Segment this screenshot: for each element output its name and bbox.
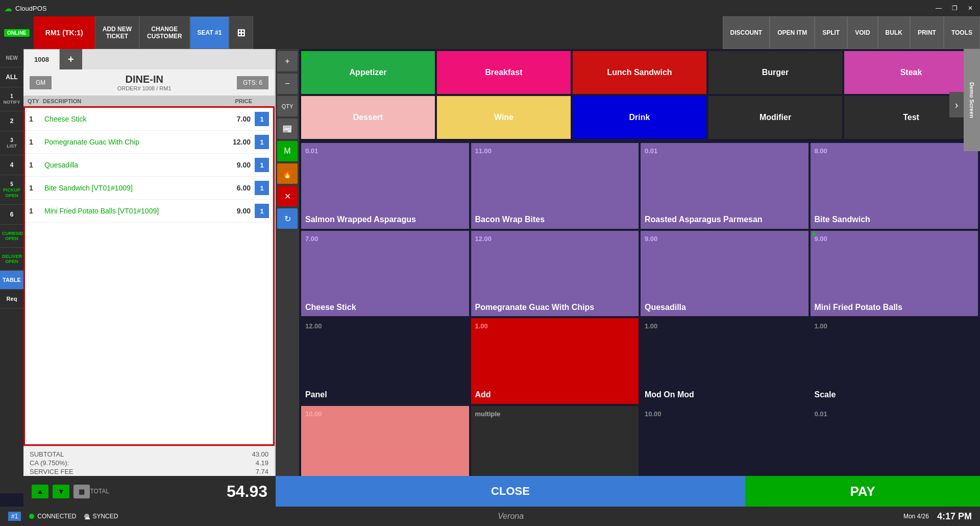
restore-button[interactable]: ❐ (949, 4, 961, 13)
discount-button[interactable]: DISCOUNT (723, 16, 770, 49)
qty-icon[interactable]: QTY (277, 96, 298, 116)
online-badge: ONLINE (4, 29, 30, 37)
add-new-ticket-button[interactable]: ADD NEW TICKET (95, 16, 139, 49)
categories-grid: AppetizerBreakfastLunch SandwichBurgerSt… (299, 49, 980, 141)
ticket-number: #1 (8, 512, 21, 521)
menu-item-button[interactable]: 9.00Mini Fried Potato Balls (811, 231, 978, 317)
table-row[interactable]: 1 Bite Sandwich [VT01#1009] 6.00 1 (25, 177, 273, 200)
status-date: Mon 4/26 (903, 513, 929, 520)
order-panel: 1008 + GM DINE-IN ORDER# 1008 / RM1 GTS:… (23, 49, 276, 493)
sidebar-item-4[interactable]: 4 (0, 155, 23, 175)
sidebar-item-1-notify[interactable]: 1NOTIFY (0, 87, 23, 111)
close-window-button[interactable]: ✕ (965, 4, 976, 13)
tools-button[interactable]: TOOLS (944, 16, 980, 49)
col-price-header: PRICE (222, 98, 252, 104)
category-button[interactable]: Dessert (301, 96, 435, 139)
open-itm-button[interactable]: OPEN ITM (770, 16, 815, 49)
toolbar: ONLINE RM1 (TK:1) ADD NEW TICKET CHANGE … (0, 16, 980, 49)
gts-button[interactable]: GTS: 6 (237, 76, 268, 89)
table-row[interactable]: 1 Cheese Stick 7.00 1 (25, 108, 273, 131)
table-row[interactable]: 1 Quesadilla 9.00 1 (25, 154, 273, 177)
category-button[interactable]: Lunch Sandwich (573, 51, 706, 94)
bottom-total-bar: ▲ ▼ ▦ TOTAL 54.93 (23, 476, 276, 507)
menu-item-button[interactable]: 8.00Bite Sandwich (811, 143, 978, 229)
menu-item-button[interactable]: 12.00Panel (301, 318, 469, 404)
icon-panel: + − QTY 📰 M 🔥 ✕ ↻ (276, 49, 299, 493)
menu-item-button[interactable]: 1.00Add (471, 318, 639, 404)
close-button[interactable]: CLOSE (276, 476, 745, 507)
remove-item-icon[interactable]: − (277, 74, 298, 94)
sidebar-item-table[interactable]: TABLE (0, 271, 23, 290)
bulk-button[interactable]: BULK (878, 16, 910, 49)
demo-screen-button[interactable]: Demo Screen (964, 49, 980, 151)
main-content: 1008 + GM DINE-IN ORDER# 1008 / RM1 GTS:… (23, 49, 980, 493)
add-item-icon[interactable]: + (277, 51, 298, 71)
rm1-button[interactable]: RM1 (TK:1) (34, 16, 95, 49)
tab-1008[interactable]: 1008 (23, 49, 60, 69)
menu-item-button[interactable]: 9.00Quesadilla (641, 231, 808, 317)
menu-item-button[interactable]: 0.01Roasted Asparagus Parmesan (641, 143, 808, 229)
sidebar-item-3-list[interactable]: 3LIST (0, 131, 23, 155)
menu-item-button[interactable]: 7.00Cheese Stick (301, 231, 469, 317)
arrow-right-button[interactable]: › (949, 92, 964, 117)
status-time: 4:17 PM (937, 511, 972, 522)
sidebar-item-5-pickup[interactable]: 5PICKUPOPEN (0, 175, 23, 205)
menu-item-button[interactable]: 11.00Bacon Wrap Bites (471, 143, 639, 229)
order-subtitle: ORDER# 1008 / RM1 (117, 85, 172, 91)
subtotal-row: SUBTOTAL 43.00 (30, 450, 268, 458)
pay-button[interactable]: PAY (745, 476, 980, 507)
total-label: TOTAL (90, 488, 109, 495)
category-button[interactable]: Burger (708, 51, 842, 94)
fire-icon[interactable]: 🔥 (277, 163, 298, 184)
synced-status: ☁ SYNCED (84, 513, 118, 520)
status-bar: #1 CONNECTED ☁ SYNCED Verona Mon 4/26 4:… (0, 507, 980, 526)
minimize-button[interactable]: — (933, 4, 945, 13)
print-button[interactable]: PRINT (910, 16, 944, 49)
order-items-header: QTY DESCRIPTION PRICE (23, 96, 275, 106)
delete-icon[interactable]: ✕ (277, 186, 298, 206)
app-title: ☁ CloudPOS (4, 4, 46, 13)
news-icon[interactable]: 📰 (277, 118, 298, 139)
add-tab-button[interactable]: + (60, 49, 82, 69)
menu-item-button[interactable]: 12.00Pomegranate Guac With Chips (471, 231, 639, 317)
col-qty-header: QTY (28, 98, 43, 104)
table-row[interactable]: 1 Pomegranate Guac With Chip 12.00 1 (25, 131, 273, 154)
sidebar-item-6[interactable]: 6 (0, 205, 23, 225)
sidebar-item-new[interactable]: NEW (0, 49, 23, 67)
window-controls: — ❐ ✕ (933, 4, 976, 13)
scroll-down-button[interactable]: ▼ (53, 485, 69, 498)
category-button[interactable]: Modifier (708, 96, 842, 139)
void-button[interactable]: VOID (847, 16, 877, 49)
order-items-list: 1 Cheese Stick 7.00 1 1 Pomegranate Guac… (23, 106, 275, 446)
split-button[interactable]: SPLIT (815, 16, 847, 49)
menu-item-button[interactable]: 1.00Scale (811, 318, 978, 404)
title-bar: ☁ CloudPOS — ❐ ✕ (0, 0, 980, 16)
sidebar-item-deliver[interactable]: DELIVEROPEN (0, 248, 23, 271)
refresh-icon[interactable]: ↻ (277, 208, 298, 229)
category-button[interactable]: Steak (844, 51, 978, 94)
menu-items-grid: 0.01Salmon Wrapped Asparagus11.00Bacon W… (299, 141, 980, 493)
sidebar-item-all[interactable]: ALL (0, 67, 23, 87)
category-button[interactable]: Drink (573, 96, 706, 139)
sidebar-item-curbside[interactable]: CURBSIDOPEN (0, 225, 23, 248)
order-title: DINE-IN (117, 74, 172, 85)
barcode-button[interactable]: ▦ (74, 485, 90, 498)
mod-icon[interactable]: M (277, 141, 298, 161)
seat1-button[interactable]: SEAT #1 (190, 16, 230, 49)
change-customer-button[interactable]: CHANGE CUSTOMER (139, 16, 189, 49)
sidebar-item-req[interactable]: Req (0, 290, 23, 308)
category-button[interactable]: Breakfast (437, 51, 571, 94)
category-button[interactable]: Wine (437, 96, 571, 139)
gm-button[interactable]: GM (30, 76, 52, 89)
operator-name: Verona (498, 512, 524, 521)
left-sidebar: NEW ALL 1NOTIFY 2 3LIST 4 5PICKUPOPEN 6 … (0, 49, 23, 493)
sidebar-item-2[interactable]: 2 (0, 111, 23, 131)
scroll-up-button[interactable]: ▲ (32, 485, 48, 498)
menu-item-button[interactable]: 0.01Salmon Wrapped Asparagus (301, 143, 469, 229)
connected-status: CONNECTED (29, 513, 76, 520)
table-row[interactable]: 1 Mini Fried Potato Balls [VT01#1009] 9.… (25, 200, 273, 223)
qr-button[interactable]: ⊞ (229, 16, 253, 49)
menu-item-button[interactable]: 1.00Mod On Mod (641, 318, 808, 404)
category-button[interactable]: Appetizer (301, 51, 435, 94)
menu-area: AppetizerBreakfastLunch SandwichBurgerSt… (299, 49, 980, 493)
